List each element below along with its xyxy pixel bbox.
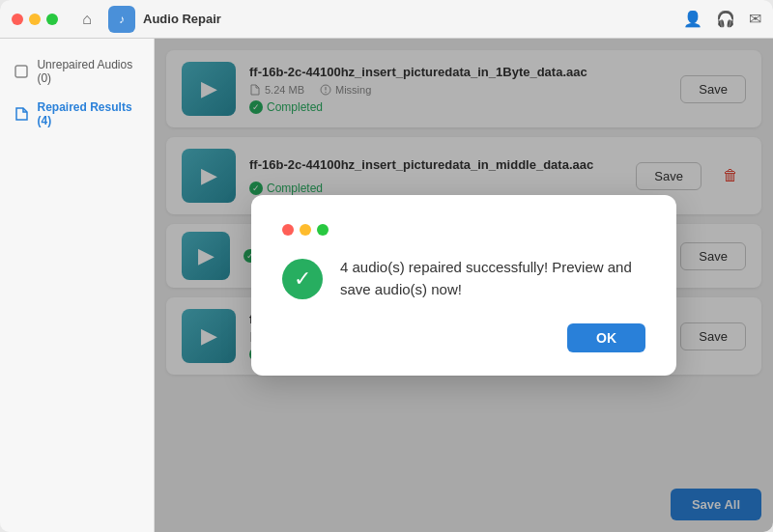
unrepaired-icon	[14, 63, 29, 80]
content-area: ▶ ff-16b-2c-44100hz_insert_picturedata_i…	[155, 39, 773, 532]
success-modal: ✓ 4 audio(s) repaired successfully! Prev…	[251, 195, 676, 376]
repaired-icon	[14, 105, 30, 123]
maximize-button[interactable]	[46, 14, 58, 25]
sidebar: Unrepaired Audios (0) Repaired Results (…	[0, 39, 155, 532]
modal-traffic-lights	[282, 224, 645, 236]
modal-message: 4 audio(s) repaired successfully! Previe…	[340, 257, 645, 300]
traffic-lights	[12, 14, 58, 25]
ok-button[interactable]: OK	[567, 323, 645, 352]
main-layout: Unrepaired Audios (0) Repaired Results (…	[0, 39, 773, 532]
title-bar-right: 👤 🎧 ✉	[683, 10, 761, 28]
sidebar-item-repaired[interactable]: Repaired Results (4)	[0, 93, 154, 135]
modal-check-icon: ✓	[282, 259, 323, 299]
user-icon[interactable]: 👤	[683, 10, 702, 28]
modal-overlay: ✓ 4 audio(s) repaired successfully! Prev…	[155, 39, 773, 532]
modal-close-button[interactable]	[282, 224, 294, 236]
page-title: Audio Repair	[143, 12, 221, 26]
title-bar: ⌂ ♪ Audio Repair 👤 🎧 ✉	[0, 0, 773, 39]
sidebar-item-unrepaired-label: Unrepaired Audios (0)	[37, 58, 140, 85]
modal-minimize-button[interactable]	[300, 224, 311, 236]
headphone-icon[interactable]: 🎧	[716, 10, 735, 28]
modal-footer: OK	[282, 323, 645, 352]
home-icon[interactable]: ⌂	[73, 6, 100, 33]
modal-body: ✓ 4 audio(s) repaired successfully! Prev…	[282, 257, 645, 300]
sidebar-item-repaired-label: Repaired Results (4)	[38, 100, 140, 127]
sidebar-item-unrepaired[interactable]: Unrepaired Audios (0)	[0, 50, 154, 93]
audio-repair-icon: ♪	[108, 6, 135, 33]
close-button[interactable]	[12, 14, 23, 25]
title-bar-nav: ⌂ ♪ Audio Repair	[73, 6, 221, 33]
mail-icon[interactable]: ✉	[749, 10, 761, 28]
svg-rect-0	[15, 66, 27, 77]
minimize-button[interactable]	[29, 14, 41, 25]
modal-maximize-button[interactable]	[317, 224, 329, 236]
